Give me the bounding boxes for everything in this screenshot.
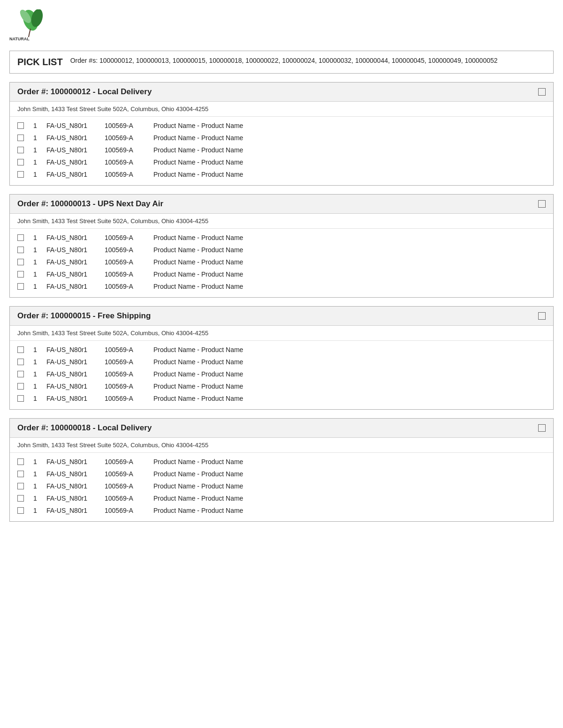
item-qty: 1 bbox=[30, 234, 40, 241]
order-item-row: 1FA-US_N80r1100569-AProduct Name - Produ… bbox=[17, 368, 546, 380]
item-sku: FA-US_N80r1 bbox=[46, 470, 98, 478]
item-name: Product Name - Product Name bbox=[153, 283, 546, 290]
item-name: Product Name - Product Name bbox=[153, 507, 546, 514]
item-checkbox[interactable] bbox=[17, 283, 24, 290]
item-checkbox[interactable] bbox=[17, 159, 24, 165]
item-code: 100569-A bbox=[105, 234, 147, 241]
logo-icon: NATURAL ESSENTIALS bbox=[9, 9, 52, 42]
item-qty: 1 bbox=[30, 171, 40, 178]
order-complete-checkbox[interactable] bbox=[538, 424, 546, 432]
item-name: Product Name - Product Name bbox=[153, 234, 546, 241]
order-item-row: 1FA-US_N80r1100569-AProduct Name - Produ… bbox=[17, 356, 546, 368]
item-sku: FA-US_N80r1 bbox=[46, 458, 98, 465]
order-items: 1FA-US_N80r1100569-AProduct Name - Produ… bbox=[10, 117, 553, 185]
item-sku: FA-US_N80r1 bbox=[46, 346, 98, 353]
item-qty: 1 bbox=[30, 146, 40, 154]
item-sku: FA-US_N80r1 bbox=[46, 270, 98, 278]
item-sku: FA-US_N80r1 bbox=[46, 370, 98, 378]
item-checkbox[interactable] bbox=[17, 147, 24, 153]
order-title: Order #: 100000015 - Free Shipping bbox=[17, 311, 151, 321]
item-checkbox[interactable] bbox=[17, 495, 24, 502]
order-address: John Smith, 1433 Test Street Suite 502A,… bbox=[10, 214, 553, 229]
order-block-order-100000012: Order #: 100000012 - Local DeliveryJohn … bbox=[9, 82, 554, 186]
item-qty: 1 bbox=[30, 258, 40, 266]
item-qty: 1 bbox=[30, 346, 40, 353]
item-checkbox[interactable] bbox=[17, 122, 24, 129]
item-qty: 1 bbox=[30, 122, 40, 129]
item-name: Product Name - Product Name bbox=[153, 458, 546, 465]
svg-text:ESSENTIALS: ESSENTIALS bbox=[9, 42, 30, 42]
order-item-row: 1FA-US_N80r1100569-AProduct Name - Produ… bbox=[17, 480, 546, 492]
order-item-row: 1FA-US_N80r1100569-AProduct Name - Produ… bbox=[17, 168, 546, 180]
item-qty: 1 bbox=[30, 458, 40, 465]
order-header-order-100000013: Order #: 100000013 - UPS Next Day Air bbox=[10, 195, 553, 214]
item-checkbox[interactable] bbox=[17, 359, 24, 365]
item-sku: FA-US_N80r1 bbox=[46, 234, 98, 241]
order-complete-checkbox[interactable] bbox=[538, 200, 546, 208]
item-name: Product Name - Product Name bbox=[153, 383, 546, 390]
item-sku: FA-US_N80r1 bbox=[46, 171, 98, 178]
orders-container: Order #: 100000012 - Local DeliveryJohn … bbox=[9, 82, 554, 522]
item-code: 100569-A bbox=[105, 458, 147, 465]
order-block-order-100000015: Order #: 100000015 - Free ShippingJohn S… bbox=[9, 306, 554, 410]
item-checkbox[interactable] bbox=[17, 234, 24, 241]
order-block-order-100000018: Order #: 100000018 - Local DeliveryJohn … bbox=[9, 418, 554, 522]
item-checkbox[interactable] bbox=[17, 271, 24, 278]
item-sku: FA-US_N80r1 bbox=[46, 122, 98, 129]
item-checkbox[interactable] bbox=[17, 371, 24, 377]
item-sku: FA-US_N80r1 bbox=[46, 358, 98, 366]
item-checkbox[interactable] bbox=[17, 383, 24, 390]
item-code: 100569-A bbox=[105, 346, 147, 353]
order-item-row: 1FA-US_N80r1100569-AProduct Name - Produ… bbox=[17, 344, 546, 356]
item-sku: FA-US_N80r1 bbox=[46, 495, 98, 502]
order-complete-checkbox[interactable] bbox=[538, 88, 546, 96]
item-checkbox[interactable] bbox=[17, 507, 24, 514]
item-name: Product Name - Product Name bbox=[153, 395, 546, 402]
item-checkbox[interactable] bbox=[17, 259, 24, 265]
item-checkbox[interactable] bbox=[17, 471, 24, 477]
item-qty: 1 bbox=[30, 383, 40, 390]
order-header-order-100000015: Order #: 100000015 - Free Shipping bbox=[10, 307, 553, 326]
item-code: 100569-A bbox=[105, 258, 147, 266]
order-header-order-100000018: Order #: 100000018 - Local Delivery bbox=[10, 419, 553, 438]
order-complete-checkbox[interactable] bbox=[538, 312, 546, 320]
item-name: Product Name - Product Name bbox=[153, 495, 546, 502]
item-name: Product Name - Product Name bbox=[153, 146, 546, 154]
item-checkbox[interactable] bbox=[17, 483, 24, 489]
item-checkbox[interactable] bbox=[17, 346, 24, 353]
order-item-row: 1FA-US_N80r1100569-AProduct Name - Produ… bbox=[17, 232, 546, 244]
item-checkbox[interactable] bbox=[17, 395, 24, 402]
item-code: 100569-A bbox=[105, 495, 147, 502]
item-code: 100569-A bbox=[105, 470, 147, 478]
item-code: 100569-A bbox=[105, 370, 147, 378]
item-code: 100569-A bbox=[105, 122, 147, 129]
order-item-row: 1FA-US_N80r1100569-AProduct Name - Produ… bbox=[17, 144, 546, 156]
order-title: Order #: 100000013 - UPS Next Day Air bbox=[17, 199, 163, 209]
item-name: Product Name - Product Name bbox=[153, 482, 546, 490]
item-checkbox[interactable] bbox=[17, 171, 24, 178]
item-name: Product Name - Product Name bbox=[153, 246, 546, 254]
item-checkbox[interactable] bbox=[17, 135, 24, 141]
item-name: Product Name - Product Name bbox=[153, 470, 546, 478]
item-sku: FA-US_N80r1 bbox=[46, 395, 98, 402]
order-block-order-100000013: Order #: 100000013 - UPS Next Day AirJoh… bbox=[9, 194, 554, 298]
order-title: Order #: 100000018 - Local Delivery bbox=[17, 423, 152, 433]
item-name: Product Name - Product Name bbox=[153, 122, 546, 129]
item-code: 100569-A bbox=[105, 146, 147, 154]
item-checkbox[interactable] bbox=[17, 458, 24, 465]
item-checkbox[interactable] bbox=[17, 247, 24, 253]
order-header-order-100000012: Order #: 100000012 - Local Delivery bbox=[10, 83, 553, 102]
order-items: 1FA-US_N80r1100569-AProduct Name - Produ… bbox=[10, 229, 553, 297]
item-qty: 1 bbox=[30, 395, 40, 402]
item-qty: 1 bbox=[30, 283, 40, 290]
item-name: Product Name - Product Name bbox=[153, 370, 546, 378]
order-item-row: 1FA-US_N80r1100569-AProduct Name - Produ… bbox=[17, 120, 546, 132]
item-qty: 1 bbox=[30, 370, 40, 378]
item-qty: 1 bbox=[30, 134, 40, 142]
order-item-row: 1FA-US_N80r1100569-AProduct Name - Produ… bbox=[17, 132, 546, 144]
order-address: John Smith, 1433 Test Street Suite 502A,… bbox=[10, 326, 553, 341]
picklist-title: PICK LIST bbox=[17, 57, 63, 68]
orders-label: Order #s: bbox=[70, 57, 98, 64]
item-sku: FA-US_N80r1 bbox=[46, 134, 98, 142]
item-code: 100569-A bbox=[105, 246, 147, 254]
